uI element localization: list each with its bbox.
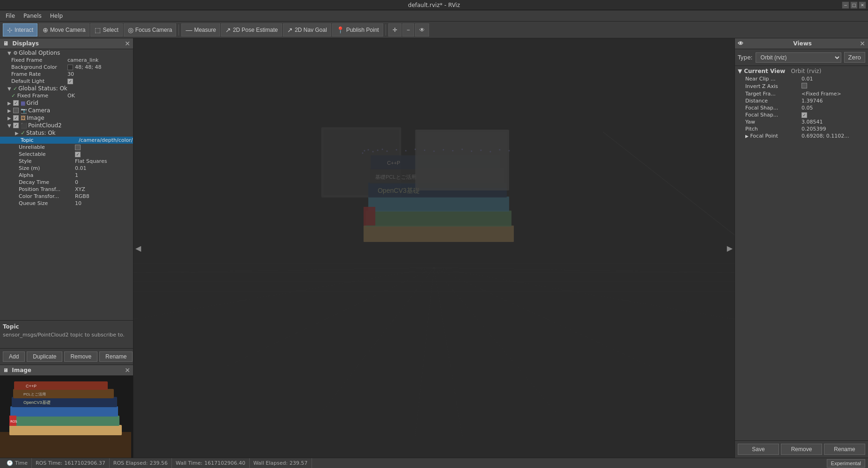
global-options-item[interactable]: ▼ ⚙ Global Options — [0, 49, 133, 57]
move-camera-button[interactable]: ⊕ Move Camera — [38, 23, 89, 37]
default-light-prop[interactable]: Default Light ✓ — [0, 78, 133, 85]
image-preview-svg: OpenCV3基礎 PCLとご活用 C++P ROS — [0, 376, 131, 458]
pointcloud2-checkbox[interactable]: ✓ — [13, 123, 19, 128]
alpha-prop[interactable]: Alpha 1 — [0, 172, 133, 179]
svg-rect-1 — [0, 432, 131, 458]
size-prop[interactable]: Size (m) 0.01 — [0, 165, 133, 172]
interact-button[interactable]: ⊹ Interact — [3, 23, 37, 37]
current-view-header[interactable]: ▼ Current View Orbit (rviz) — [738, 67, 865, 75]
menu-file[interactable]: File — [2, 12, 19, 20]
measure-button[interactable]: — Measure — [181, 23, 220, 37]
viewport-arrow-right[interactable]: ▶ — [725, 242, 734, 255]
image-label: Image — [27, 115, 45, 121]
image-item[interactable]: ▶ ✓ 🖼 Image — [0, 114, 133, 122]
grid-item[interactable]: ▶ ✓ ▦ Grid — [0, 99, 133, 107]
move-camera-label: Move Camera — [50, 27, 85, 33]
gear-icon: ⚙ — [13, 50, 18, 56]
current-view-label: Current View — [744, 68, 785, 74]
fixed-frame-status-prop[interactable]: ✓ Fixed Frame OK — [0, 92, 133, 99]
queue-size-prop[interactable]: Queue Size 10 — [0, 200, 133, 207]
decay-time-prop[interactable]: Decay Time 0 — [0, 179, 133, 186]
maximize-button[interactable]: □ — [850, 1, 858, 9]
ros-elapsed-label: ROS Elapsed: — [113, 460, 148, 466]
right-panel: 👁 Views ✕ Type: Orbit (rviz) Zero ▼ Curr… — [734, 38, 868, 458]
nav-minus-button[interactable]: − — [402, 23, 414, 37]
near-clip-prop[interactable]: Near Clip ... 0.01 — [738, 75, 865, 82]
image-checkbox[interactable]: ✓ — [13, 115, 19, 121]
svg-rect-42 — [366, 211, 512, 227]
close-button[interactable]: ✕ — [859, 1, 866, 9]
global-status-arrow: ▼ — [7, 86, 13, 91]
experimental-button[interactable]: Experimental — [827, 459, 865, 468]
pointcloud2-item[interactable]: ▼ ✓ ⬛ PointCloud2 — [0, 122, 133, 129]
toolbar: ⊹ Interact ⊕ Move Camera ⬚ Select ◎ Focu… — [0, 22, 868, 38]
nav-cross-button[interactable]: ✛ — [388, 23, 401, 37]
focus-camera-button[interactable]: ◎ Focus Camera — [124, 23, 177, 37]
menu-help[interactable]: Help — [46, 12, 67, 20]
style-prop[interactable]: Style Flat Squares — [0, 158, 133, 165]
publish-point-label: Publish Point — [346, 27, 379, 33]
focal-shape-checkbox[interactable]: ✓ — [801, 112, 807, 118]
displays-close-button[interactable]: ✕ — [125, 40, 130, 47]
fixed-frame-prop[interactable]: Fixed Frame camera_link — [0, 57, 133, 64]
clock-icon: 🕐 — [7, 460, 13, 466]
remove-view-button[interactable]: Remove — [781, 444, 822, 455]
views-type-select[interactable]: Orbit (rviz) — [756, 52, 841, 63]
remove-button[interactable]: Remove — [64, 351, 97, 362]
svg-rect-41 — [364, 226, 514, 242]
invert-z-prop[interactable]: Invert Z Axis — [738, 82, 865, 90]
selectable-prop[interactable]: Selectable ✓ — [0, 151, 133, 158]
menu-panels[interactable]: Panels — [20, 12, 45, 20]
distance-prop[interactable]: Distance 1.39746 — [738, 97, 865, 104]
selectable-checkbox[interactable]: ✓ — [75, 152, 81, 157]
frame-rate-prop[interactable]: Frame Rate 30 — [0, 71, 133, 78]
pitch-prop[interactable]: Pitch 0.205399 — [738, 125, 865, 132]
focal-shape-enabled-prop[interactable]: Focal Shap... ✓ — [738, 111, 865, 118]
default-light-checkbox[interactable]: ✓ — [67, 79, 73, 84]
yaw-prop[interactable]: Yaw 3.08541 — [738, 118, 865, 125]
global-status-item[interactable]: ▼ ✓ Global Status: Ok — [0, 85, 133, 92]
wall-time-label: Wall Time: — [176, 460, 202, 466]
unreliable-checkbox[interactable] — [75, 145, 81, 150]
publish-point-button[interactable]: 📍 Publish Point — [332, 23, 383, 37]
grid-checkbox[interactable]: ✓ — [13, 100, 19, 106]
focal-shape-size-prop[interactable]: Focal Shap... 0.05 — [738, 104, 865, 111]
image-panel-close[interactable]: ✕ — [125, 366, 130, 374]
position-transform-prop[interactable]: Position Transf... XYZ — [0, 186, 133, 193]
camera-checkbox[interactable] — [13, 108, 19, 113]
nav-eye-button[interactable]: 👁 — [415, 23, 429, 37]
2d-pose-button[interactable]: ↗ 2D Pose Estimate — [221, 23, 282, 37]
svg-point-71 — [499, 149, 500, 151]
camera-label: Camera — [28, 107, 50, 114]
invert-z-checkbox[interactable] — [801, 83, 807, 88]
measure-icon: — — [185, 26, 192, 34]
rename-view-button[interactable]: Rename — [824, 444, 865, 455]
camera-item[interactable]: ▶ 📷 Camera — [0, 107, 133, 114]
pc2-status-label: Status: Ok — [26, 130, 56, 136]
displays-panel: 🖥 Displays ✕ ▼ ⚙ Global Options Fixed Fr… — [0, 38, 133, 365]
svg-rect-50 — [364, 207, 375, 226]
color-transform-prop[interactable]: Color Transfor... RGB8 — [0, 193, 133, 200]
pointcloud2-status-item[interactable]: ▶ ✓ Status: Ok — [0, 129, 133, 137]
pointcloud2-arrow: ▼ — [7, 123, 13, 128]
2d-pose-icon: ↗ — [225, 26, 231, 34]
svg-point-58 — [382, 149, 383, 150]
select-button[interactable]: ⬚ Select — [90, 23, 122, 37]
publish-point-icon: 📍 — [336, 26, 344, 34]
topic-item[interactable]: ▶ Topic /camera/depth/color/... — [0, 137, 133, 144]
minimize-button[interactable]: − — [842, 1, 849, 9]
views-panel-close[interactable]: ✕ — [860, 40, 865, 47]
background-color-prop[interactable]: Background Color 48; 48; 48 — [0, 64, 133, 71]
focal-point-prop[interactable]: ▶ Focal Point 0.69208; 0.1102... — [738, 132, 865, 139]
add-button[interactable]: Add — [3, 351, 25, 362]
duplicate-button[interactable]: Duplicate — [27, 351, 62, 362]
zero-button[interactable]: Zero — [844, 52, 865, 63]
save-view-button[interactable]: Save — [738, 444, 779, 455]
rename-button[interactable]: Rename — [99, 351, 133, 362]
target-frame-prop[interactable]: Target Fra... <Fixed Frame> — [738, 90, 865, 97]
2d-nav-button[interactable]: ↗ 2D Nav Goal — [283, 23, 331, 37]
3d-viewport[interactable]: ◀ ▶ — [134, 38, 734, 458]
unreliable-prop[interactable]: Unreliable — [0, 144, 133, 151]
viewport-arrow-left[interactable]: ◀ — [134, 242, 143, 255]
svg-rect-13 — [134, 38, 734, 458]
